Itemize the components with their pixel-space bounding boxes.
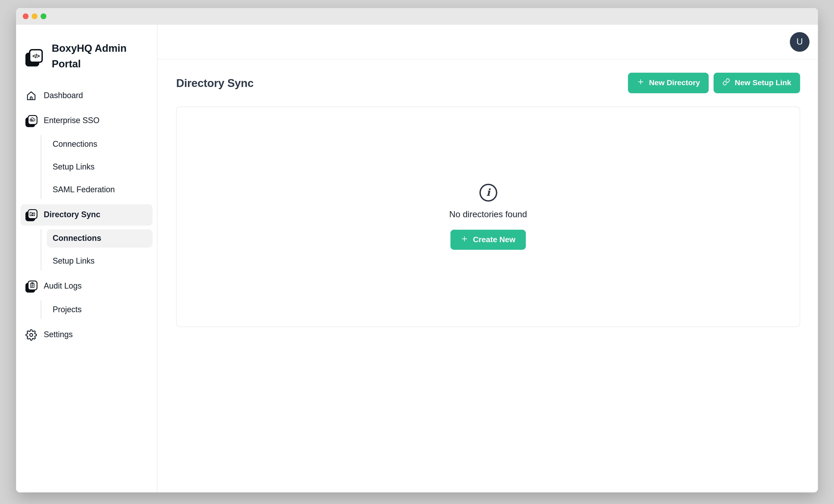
clipboard-badge-icon bbox=[24, 281, 38, 291]
gear-icon bbox=[24, 329, 38, 341]
sidebar-item-dsync-connections[interactable]: Connections bbox=[47, 229, 153, 247]
close-button[interactable] bbox=[23, 13, 28, 19]
sidebar-item-label: Setup Links bbox=[52, 162, 94, 172]
new-setup-link-button[interactable]: New Setup Link bbox=[714, 73, 800, 93]
sidebar-item-enterprise-sso[interactable]: Enterprise SSO bbox=[21, 110, 153, 132]
link-icon bbox=[723, 78, 730, 88]
button-label: Create New bbox=[473, 235, 515, 244]
sidebar-item-sso-connections[interactable]: Connections bbox=[47, 135, 153, 153]
sidebar-item-label: Projects bbox=[52, 305, 82, 314]
new-directory-button[interactable]: New Directory bbox=[628, 73, 709, 93]
sidebar-item-projects[interactable]: Projects bbox=[47, 301, 153, 319]
info-icon: i bbox=[479, 184, 497, 202]
sidebar-item-directory-sync[interactable]: Directory Sync bbox=[21, 204, 153, 226]
button-label: New Directory bbox=[649, 79, 700, 87]
avatar-initial: U bbox=[796, 37, 803, 47]
main-area: U Directory Sync bbox=[157, 24, 818, 492]
cloud-key-badge-icon bbox=[24, 116, 38, 126]
minimize-button[interactable] bbox=[32, 13, 38, 19]
sidebar-item-sso-setup-links[interactable]: Setup Links bbox=[47, 158, 153, 176]
code-badge-icon: </> bbox=[29, 49, 43, 63]
user-avatar[interactable]: U bbox=[790, 32, 810, 51]
app-window: </> BoxyHQ Admin Portal Dashboard bbox=[16, 8, 818, 492]
sidebar-item-label: Enterprise SSO bbox=[44, 116, 100, 126]
app-logo[interactable]: </> BoxyHQ Admin Portal bbox=[19, 36, 154, 72]
create-new-button[interactable]: Create New bbox=[451, 230, 526, 250]
page-title: Directory Sync bbox=[176, 76, 254, 89]
page-header: Directory Sync New Directory bbox=[176, 73, 800, 93]
plus-icon bbox=[637, 78, 644, 88]
sidebar: </> BoxyHQ Admin Portal Dashboard bbox=[16, 24, 157, 492]
sidebar-item-dashboard[interactable]: Dashboard bbox=[21, 85, 153, 107]
sidebar-item-label: Directory Sync bbox=[44, 210, 100, 220]
sidebar-sub-directory-sync: Connections Setup Links bbox=[41, 229, 153, 270]
app-body: </> BoxyHQ Admin Portal Dashboard bbox=[16, 24, 818, 492]
folder-sync-badge-icon bbox=[24, 210, 38, 220]
desktop-background: </> BoxyHQ Admin Portal Dashboard bbox=[0, 0, 834, 504]
maximize-button[interactable] bbox=[41, 13, 46, 19]
sidebar-item-label: Settings bbox=[44, 330, 73, 339]
sidebar-item-label: Setup Links bbox=[52, 257, 94, 266]
stage: </> BoxyHQ Admin Portal Dashboard bbox=[0, 0, 834, 504]
sidebar-sub-enterprise-sso: Connections Setup Links SAML Federation bbox=[41, 135, 153, 199]
top-header: U bbox=[157, 24, 818, 59]
button-label: New Setup Link bbox=[735, 79, 791, 87]
plus-icon bbox=[461, 235, 468, 245]
empty-state-message: No directories found bbox=[449, 209, 527, 219]
sidebar-item-audit-logs[interactable]: Audit Logs bbox=[21, 276, 153, 297]
sidebar-item-dsync-setup-links[interactable]: Setup Links bbox=[47, 252, 153, 270]
page-content: Directory Sync New Directory bbox=[157, 59, 818, 492]
sidebar-item-label: Dashboard bbox=[44, 91, 83, 101]
sidebar-item-label: Connections bbox=[52, 139, 97, 149]
sidebar-item-label: Connections bbox=[52, 234, 101, 243]
sidebar-nav: Dashboard Enterpri bbox=[19, 85, 154, 346]
window-titlebar bbox=[16, 8, 818, 24]
sidebar-item-settings[interactable]: Settings bbox=[21, 324, 153, 346]
page-actions: New Directory New Setup Link bbox=[628, 73, 800, 93]
sidebar-sub-audit-logs: Projects bbox=[41, 301, 153, 319]
home-icon bbox=[24, 90, 38, 102]
sidebar-item-saml-federation[interactable]: SAML Federation bbox=[47, 181, 153, 199]
sidebar-item-label: Audit Logs bbox=[44, 282, 82, 291]
sidebar-item-label: SAML Federation bbox=[52, 185, 115, 195]
app-title: BoxyHQ Admin Portal bbox=[52, 41, 130, 72]
directories-empty-card: i No directories found Create New bbox=[176, 107, 800, 327]
